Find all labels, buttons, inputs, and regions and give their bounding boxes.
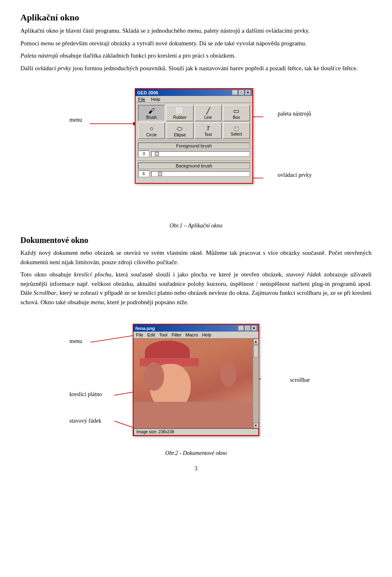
doc-body: ▲ ▼ [134,339,258,428]
maximize-button[interactable]: □ [238,90,244,95]
para-3: Paleta nástrojů obsahuje tlačítka základ… [20,51,372,60]
para-4: Další ovládací prvky jsou formou jednodu… [20,64,372,73]
rubber-icon: ⬜ [176,107,184,115]
para-2-suffix: se především otevírají obrázky a vytváří… [54,40,306,47]
diagram-2-wrapper: menu kreslící plátno stavový řádek scrol… [69,316,323,446]
close-button[interactable]: ✕ [245,90,251,95]
canvas-area [134,339,253,428]
tool-ellipse-label: Ellipse [174,133,186,137]
background-value: 6 [138,170,149,177]
foreground-slider-track[interactable] [151,151,250,157]
label-ovladaci-prvky: ovládací prvky [278,172,323,178]
menu-help[interactable]: Help [151,97,160,102]
scroll-up-button[interactable]: ▲ [253,339,259,344]
para-3-italic: Paleta nástrojů [20,52,58,59]
page-number: 3 [20,466,372,472]
doc-p2-italic1: kreslící plochu [74,271,111,278]
app-window-inner: GED 2006 _ □ ✕ File Help 🖌 [135,88,253,184]
doc-titlebar: /lena.png _ □ ✕ [134,325,258,332]
tool-text[interactable]: T Text [195,123,222,139]
tool-rubber[interactable]: ⬜ Rubber [166,105,193,121]
app-window: GED 2006 _ □ ✕ File Help 🖌 [135,88,253,184]
scroll-down-button[interactable]: ▼ [253,423,259,428]
doc-menubar: File Edit Tool Filter Macro Help [134,332,258,339]
lena-image [134,339,253,428]
titlebar-buttons: _ □ ✕ [232,90,251,95]
label-stavovy-radek: stavový řádek [69,418,101,424]
para-4-italic: ovládací prvky [35,65,71,71]
box-icon: ▭ [233,107,239,115]
foreground-brush-label: Foreground brush [138,143,250,149]
minimize-button[interactable]: _ [232,90,238,95]
scroll-track[interactable] [253,344,259,423]
doc-menu-filter[interactable]: Filter [172,332,181,337]
doc-menu-tool[interactable]: Tool [159,332,167,337]
doc-minimize-button[interactable]: _ [238,325,244,331]
doc-p2-mid1: , která současně slouží i jako plocha ve… [111,271,286,278]
doc-p2-prefix: Toto okno obsahuje [20,271,74,278]
doc-titlebar-buttons: _ □ ✕ [238,325,257,331]
app-title: GED 2006 [137,90,158,95]
hair-left [144,362,164,391]
doc-menu-file[interactable]: File [136,332,143,337]
para-2-prefix: Pomocí [20,40,41,47]
doc-para-1: Každý nový dokument nebo obrázek se otev… [20,248,372,267]
para-4-suffix: jsou formou jednoduchých posuvníků. Slou… [71,65,358,71]
tool-brush[interactable]: 🖌 Brush [138,105,165,121]
app-titlebar: GED 2006 _ □ ✕ [136,89,252,96]
doc-menu-edit[interactable]: Edit [147,332,155,337]
background-brush-panel: Background brush 6 [136,161,252,180]
para-4-prefix: Další [20,65,35,71]
label-kreslic-platno: kreslící plátno [69,391,102,398]
tool-circle-label: Circle [146,133,157,137]
tool-rubber-label: Rubber [173,115,187,120]
doc-statusbar: Image size: 238x238 [134,428,258,435]
para-2: Pomocí menu se především otevírají obráz… [20,39,372,48]
tool-box[interactable]: ▭ Box [223,105,250,121]
hair-right [220,362,236,387]
brush-icon: 🖌 [148,107,155,115]
background-slider-track[interactable] [151,171,250,177]
doc-close-button[interactable]: ✕ [251,325,257,331]
diagram-2: menu kreslící plátno stavový řádek scrol… [20,316,372,446]
doc-maximize-button[interactable]: □ [245,325,250,331]
doc-para-2: Toto okno obsahuje kreslící plochu, kter… [20,270,372,307]
doc-p2-italic4: menu [91,299,104,305]
circle-icon: ○ [149,125,154,132]
doc-menu-macro[interactable]: Macro [185,332,198,337]
label-menu: menu [69,117,82,123]
doc-p2-suffix: , který se zobrazí v případě ze se kresl… [20,290,372,305]
background-brush-label: Background brush [138,163,250,169]
doc-p2-end: , které je podrobněji popsáno níže. [104,299,189,305]
doc-p2-italic3: Scrollbar [33,290,56,296]
background-slider-row: 6 [138,170,250,177]
tool-select-label: Select [231,132,242,136]
tool-text-label: Text [204,132,212,137]
tool-ellipse[interactable]: ⬭ Ellipse [166,123,193,139]
menu-file[interactable]: File [138,97,145,102]
app-menubar: File Help [136,96,252,103]
shoulder [134,402,253,428]
doc-menu-help[interactable]: Help [202,332,212,337]
tool-palette: 🖌 Brush ⬜ Rubber ╱ Line ▭ Box [136,103,252,140]
doc-title: /lena.png [135,326,155,331]
background-slider-thumb[interactable] [158,172,162,176]
doc-window: /lena.png _ □ ✕ File Edit Tool Filter Ma… [133,324,259,436]
para-2-italic: menu [41,40,54,47]
foreground-slider-thumb[interactable] [155,152,159,156]
ellipse-icon: ⬭ [177,125,183,132]
tool-circle[interactable]: ○ Circle [138,123,165,139]
scroll-thumb[interactable] [254,345,258,357]
label-menu-2: menu [69,338,82,345]
heading-dokumentove-okno: Dokumentové okno [20,236,372,245]
tool-brush-label: Brush [146,115,157,120]
tool-select[interactable]: ⬚ Select [223,123,250,139]
tool-line[interactable]: ╱ Line [195,105,222,121]
doc-window-inner: /lena.png _ □ ✕ File Edit Tool Filter Ma… [133,324,259,436]
tool-line-label: Line [204,115,212,120]
foreground-brush-panel: Foreground brush 3 [136,141,252,160]
select-icon: ⬚ [234,125,239,131]
label-paleta-nastrojů: paleta nástrojů [278,111,323,117]
line-icon: ╱ [206,107,210,115]
doc-status-text: Image size: 238x238 [136,430,174,434]
